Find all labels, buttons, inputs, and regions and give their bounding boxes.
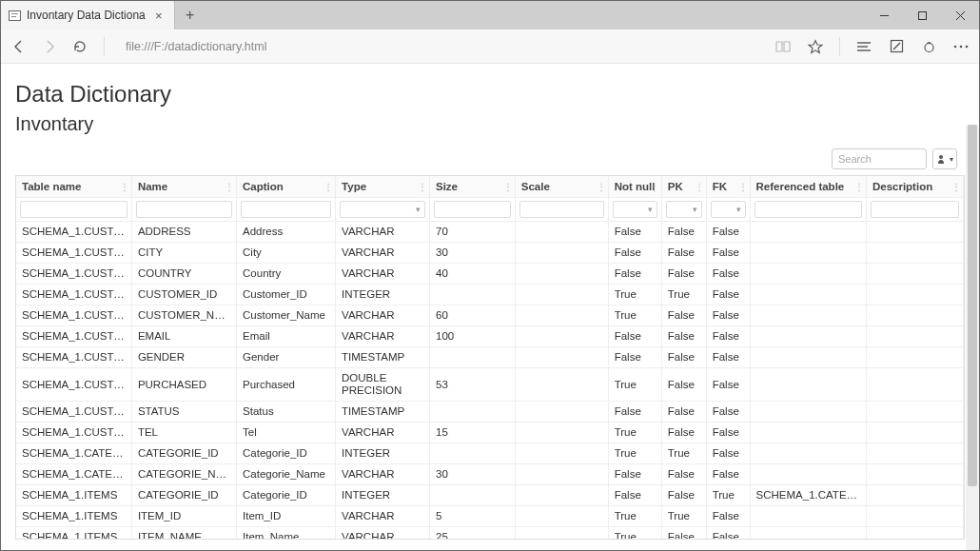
sort-handle-icon[interactable]: ⋮ [597, 181, 606, 191]
reading-view-icon[interactable] [774, 38, 792, 55]
cell-table_name: SCHEMA_1.CUSTOMERS [16, 367, 131, 401]
sort-handle-icon[interactable]: ⋮ [323, 181, 333, 191]
filter-select-fk[interactable]: ▾ [711, 201, 746, 218]
column-header-caption[interactable]: Caption⋮ [237, 176, 336, 197]
search-input[interactable]: Search [832, 148, 927, 169]
back-button[interactable] [10, 38, 28, 55]
cell-name: PURCHASED [131, 367, 236, 401]
cell-ref_table [750, 422, 866, 443]
table-row[interactable]: SCHEMA_1.CUSTOMERSSTATUSStatusTIMESTAMPF… [16, 401, 964, 422]
cell-caption: Categorie_ID [237, 484, 336, 505]
share-icon[interactable] [920, 38, 937, 55]
column-header-scale[interactable]: Scale⋮ [515, 176, 608, 197]
cell-size: 70 [430, 221, 516, 242]
cell-scale [515, 526, 608, 540]
column-header-not_null[interactable]: Not null⋮ [608, 176, 661, 197]
window-controls [865, 1, 979, 30]
table-row[interactable]: SCHEMA_1.CUSTOMERSCUSTOMER_NAMECustomer_… [16, 305, 964, 325]
filter-input-table_name[interactable] [20, 201, 127, 218]
maximize-button[interactable] [903, 1, 941, 30]
filter-input-name[interactable] [136, 201, 232, 218]
column-header-table_name[interactable]: Table name⋮ [16, 176, 131, 197]
cell-fk: False [706, 443, 750, 463]
vertical-scrollbar[interactable] [966, 125, 979, 550]
close-window-button[interactable] [941, 1, 979, 30]
sort-handle-icon[interactable]: ⋮ [418, 181, 427, 191]
filter-input-ref_table[interactable] [755, 201, 862, 218]
table-row[interactable]: SCHEMA_1.CUSTOMERSGENDERGenderTIMESTAMPF… [16, 346, 964, 367]
cell-fk: False [706, 505, 750, 526]
forward-button[interactable] [41, 38, 58, 55]
sort-handle-icon[interactable]: ⋮ [738, 181, 748, 191]
sort-handle-icon[interactable]: ⋮ [120, 181, 129, 191]
sort-handle-icon[interactable]: ⋮ [650, 181, 659, 191]
cell-description [866, 526, 963, 540]
table-row[interactable]: SCHEMA_1.ITEMSITEM_IDItem_IDVARCHAR5True… [16, 505, 964, 526]
table-row[interactable]: SCHEMA_1.CUSTOMERSADDRESSAddressVARCHAR7… [16, 221, 964, 242]
cell-description [866, 463, 963, 484]
cell-fk: False [706, 422, 750, 443]
sort-handle-icon[interactable]: ⋮ [695, 181, 704, 191]
close-tab-icon[interactable]: × [151, 8, 167, 23]
cell-scale [515, 367, 608, 401]
minimize-button[interactable] [865, 1, 903, 30]
cell-name: CATEGORIE_ID [131, 484, 236, 505]
filter-select-not_null[interactable]: ▾ [613, 201, 657, 218]
cell-caption: City [237, 242, 336, 263]
tab-active[interactable]: Invontary Data Dictiona × [1, 1, 175, 30]
cell-size: 25 [430, 526, 516, 540]
refresh-button[interactable] [71, 38, 88, 55]
column-header-pk[interactable]: PK⋮ [661, 176, 706, 197]
table-row[interactable]: SCHEMA_1.ITEMSITEM_NAMEItem_NameVARCHAR2… [16, 526, 964, 540]
column-header-name[interactable]: Name⋮ [131, 176, 236, 197]
table-row[interactable]: SCHEMA_1.CUSTOMERSCUSTOMER_IDCustomer_ID… [16, 284, 964, 305]
sort-handle-icon[interactable]: ⋮ [225, 181, 234, 191]
column-header-type[interactable]: Type⋮ [336, 176, 430, 197]
cell-name: CITY [131, 242, 236, 263]
column-header-description[interactable]: Description⋮ [866, 176, 963, 197]
table-row[interactable]: SCHEMA_1.ITEMSCATEGORIE_IDCategorie_IDIN… [16, 484, 964, 505]
cell-type: VARCHAR [336, 463, 430, 484]
data-table: Table name⋮Name⋮Caption⋮Type⋮Size⋮Scale⋮… [16, 176, 964, 540]
filter-input-size[interactable] [434, 201, 511, 218]
export-button[interactable]: ▾ [932, 148, 957, 169]
new-tab-button[interactable]: + [175, 1, 206, 30]
cell-scale [515, 325, 608, 346]
filter-input-scale[interactable] [519, 201, 604, 218]
cell-not_null: True [608, 284, 661, 305]
cell-type: VARCHAR [336, 263, 430, 284]
web-note-icon[interactable] [888, 38, 905, 55]
cell-caption: Categorie_ID [237, 443, 336, 463]
table-header-row: Table name⋮Name⋮Caption⋮Type⋮Size⋮Scale⋮… [16, 176, 964, 197]
column-header-size[interactable]: Size⋮ [430, 176, 516, 197]
more-icon[interactable] [952, 38, 970, 55]
table-row[interactable]: SCHEMA_1.CUSTOMERSTELTelVARCHAR15TrueFal… [16, 422, 964, 443]
table-row[interactable]: SCHEMA_1.CATEGORIESCATEGORIE_NAMECategor… [16, 463, 964, 484]
cell-name: COUNTRY [131, 263, 236, 284]
sort-handle-icon[interactable]: ⋮ [854, 181, 864, 191]
svg-point-11 [966, 45, 969, 48]
cell-not_null: False [608, 346, 661, 367]
filter-select-pk[interactable]: ▾ [666, 201, 702, 218]
table-row[interactable]: SCHEMA_1.CUSTOMERSEMAILEmailVARCHAR100Fa… [16, 325, 964, 346]
table-row[interactable]: SCHEMA_1.CUSTOMERSPURCHASEDPurchasedDOUB… [16, 367, 964, 401]
filter-input-caption[interactable] [241, 201, 331, 218]
url-field[interactable]: file:///F:/datadictionary.html [120, 40, 761, 53]
cell-type: VARCHAR [336, 242, 430, 263]
table-row[interactable]: SCHEMA_1.CUSTOMERSCITYCityVARCHAR30False… [16, 242, 964, 263]
hub-icon[interactable] [855, 38, 872, 55]
favorite-star-icon[interactable] [807, 38, 824, 55]
filter-input-description[interactable] [871, 201, 959, 218]
sort-handle-icon[interactable]: ⋮ [951, 181, 961, 191]
table-row[interactable]: SCHEMA_1.CUSTOMERSCOUNTRYCountryVARCHAR4… [16, 263, 964, 284]
filter-select-type[interactable]: ▾ [340, 201, 425, 218]
cell-size: 60 [430, 305, 516, 325]
column-header-ref_table[interactable]: Referenced table⋮ [750, 176, 866, 197]
scrollbar-thumb[interactable] [968, 125, 977, 486]
page-icon [9, 10, 21, 21]
address-bar: file:///F:/datadictionary.html [1, 30, 979, 64]
table-row[interactable]: SCHEMA_1.CATEGORIESCATEGORIE_IDCategorie… [16, 443, 964, 463]
cell-description [866, 242, 963, 263]
sort-handle-icon[interactable]: ⋮ [503, 181, 513, 191]
column-header-fk[interactable]: FK⋮ [706, 176, 750, 197]
